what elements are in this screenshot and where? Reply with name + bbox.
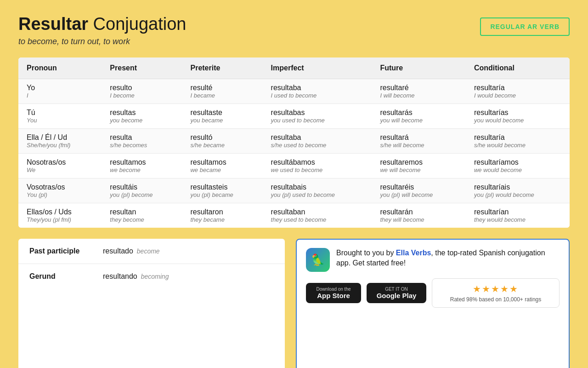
cell-main: resultaríais bbox=[474, 183, 561, 191]
cell-main: resultaba bbox=[271, 84, 364, 92]
cell-sub: You bbox=[27, 117, 93, 124]
table-cell: resultarásyou will become bbox=[372, 104, 465, 128]
cell-sub: you (pl) will become bbox=[380, 191, 457, 198]
table-cell: resultáisyou (pl) become bbox=[102, 178, 182, 203]
table-cell: resultaréisyou (pl) will become bbox=[372, 178, 465, 203]
cell-main: resultará bbox=[380, 133, 457, 142]
gerund-label: Gerund bbox=[29, 272, 103, 281]
table-row: TúYouresultasyou becomeresultasteyou bec… bbox=[18, 104, 570, 128]
table-row: Vosotras/osYou (pl)resultáisyou (pl) bec… bbox=[18, 178, 570, 203]
cell-main: resultáis bbox=[110, 183, 174, 191]
table-cell: resultoI become bbox=[102, 79, 182, 104]
cell-main: resultaría bbox=[474, 133, 561, 142]
table-cell: resultamoswe become bbox=[102, 153, 182, 178]
cell-sub: you used to become bbox=[271, 117, 364, 124]
cell-sub: I will become bbox=[380, 92, 457, 99]
title-block: Resultar Conjugation to become, to turn … bbox=[18, 14, 186, 46]
cell-main: Tú bbox=[27, 109, 93, 117]
app-store-button[interactable]: Download on the App Store bbox=[306, 283, 361, 303]
ad-text: Brought to you by Ella Verbs, the top-ra… bbox=[336, 248, 560, 269]
ad-icon: 🦜 bbox=[306, 248, 330, 272]
cell-main: Ella / Él / Ud bbox=[27, 133, 93, 142]
bottom-section: Past participle resultadobecome Gerund r… bbox=[18, 239, 570, 368]
cell-main: resultarás bbox=[380, 109, 457, 117]
star-rating: ★★★★★ bbox=[440, 283, 552, 294]
table-cell: resultaríasyou would become bbox=[466, 104, 570, 128]
cell-sub: You (pl) bbox=[27, 191, 93, 198]
cell-main: resultarán bbox=[380, 208, 457, 216]
table-row: YoIresultoI becomeresultéI becameresulta… bbox=[18, 79, 570, 104]
rating-box: ★★★★★ Rated 98% based on 10,000+ ratings bbox=[432, 278, 560, 308]
table-cell: resultarías/he would become bbox=[466, 128, 570, 153]
cell-sub: you (pl) become bbox=[110, 191, 174, 198]
cell-sub: We bbox=[27, 167, 93, 173]
brand-link[interactable]: Ella Verbs bbox=[396, 249, 431, 257]
table-cell: resultasteisyou (pl) became bbox=[182, 178, 262, 203]
cell-main: resultaremos bbox=[380, 158, 457, 167]
table-cell: resultabas/he used to become bbox=[263, 128, 372, 153]
table-row: Ellas/os / UdsThey/you (pl fml)resultant… bbox=[18, 203, 570, 228]
table-row: Nosotras/osWeresultamoswe becomeresultam… bbox=[18, 153, 570, 178]
past-participle-row: Past participle resultadobecome bbox=[18, 239, 285, 264]
cell-sub: we become bbox=[110, 167, 174, 173]
cell-sub: s/he will become bbox=[380, 142, 457, 149]
table-cell: resultas/he becomes bbox=[102, 128, 182, 153]
cell-sub: we became bbox=[190, 167, 254, 173]
cell-main: resultaste bbox=[190, 109, 254, 117]
table-cell: Nosotras/osWe bbox=[18, 153, 102, 178]
cell-main: resultaría bbox=[474, 84, 561, 92]
col-conditional: Conditional bbox=[466, 58, 570, 79]
cell-sub: they would become bbox=[474, 216, 561, 223]
table-cell: resultabaisyou (pl) used to become bbox=[263, 178, 372, 203]
cell-sub: you become bbox=[110, 117, 174, 124]
cell-main: resultasteis bbox=[190, 183, 254, 191]
table-cell: resultabaI used to become bbox=[263, 79, 372, 104]
app-store-big: App Store bbox=[317, 292, 350, 299]
cell-main: resulto bbox=[110, 84, 174, 92]
cell-sub: you would become bbox=[474, 117, 561, 124]
cell-main: resultaríamos bbox=[474, 158, 561, 167]
table-row: Ella / Él / UdShe/he/you (fml)resultas/h… bbox=[18, 128, 570, 153]
table-cell: resultamoswe became bbox=[182, 153, 262, 178]
cell-main: resultó bbox=[190, 133, 254, 142]
cell-sub: I used to become bbox=[271, 92, 364, 99]
cell-main: resultaron bbox=[190, 208, 254, 216]
cell-main: resultas bbox=[110, 109, 174, 117]
gerund-row: Gerund resultandobecoming bbox=[18, 264, 285, 289]
table-cell: resultábamoswe used to become bbox=[263, 153, 372, 178]
table-cell: YoI bbox=[18, 79, 102, 104]
ad-bottom: Download on the App Store GET IT ON Goog… bbox=[306, 278, 560, 308]
left-bottom: Past participle resultadobecome Gerund r… bbox=[18, 239, 285, 368]
table-cell: resultanthey become bbox=[102, 203, 182, 228]
ad-card: 🦜 Brought to you by Ella Verbs, the top-… bbox=[296, 239, 570, 368]
cell-sub: She/he/you (fml) bbox=[27, 142, 93, 149]
table-cell: resultaríaI would become bbox=[466, 79, 570, 104]
google-play-button[interactable]: GET IT ON Google Play bbox=[367, 283, 426, 303]
page-title: Resultar Conjugation bbox=[18, 14, 186, 35]
cell-sub: They/you (pl fml) bbox=[27, 216, 93, 223]
cell-sub: you (pl) became bbox=[190, 191, 254, 198]
cell-sub: you (pl) would become bbox=[474, 191, 561, 198]
page-header: Resultar Conjugation to become, to turn … bbox=[18, 14, 570, 46]
table-cell: resultabanthey used to become bbox=[263, 203, 372, 228]
cell-sub: s/he used to become bbox=[271, 142, 364, 149]
past-participle-value: resultadobecome bbox=[103, 247, 160, 255]
cell-sub: they used to become bbox=[271, 216, 364, 223]
table-cell: Ella / Él / UdShe/he/you (fml) bbox=[18, 128, 102, 153]
cell-sub: I become bbox=[110, 92, 174, 99]
cell-main: resulté bbox=[190, 84, 254, 92]
verb-badge: REGULAR AR VERB bbox=[480, 17, 570, 36]
gerund-value: resultandobecoming bbox=[103, 272, 169, 281]
cell-main: resultamos bbox=[190, 158, 254, 167]
cell-main: resultan bbox=[110, 208, 174, 216]
cell-main: resultarían bbox=[474, 208, 561, 216]
table-cell: resultasteyou became bbox=[182, 104, 262, 128]
col-preterite: Preterite bbox=[182, 58, 262, 79]
table-cell: resultasyou become bbox=[102, 104, 182, 128]
ad-top: 🦜 Brought to you by Ella Verbs, the top-… bbox=[306, 248, 560, 272]
table-cell: resultaréI will become bbox=[372, 79, 465, 104]
col-pronoun: Pronoun bbox=[18, 58, 102, 79]
table-cell: resultaremoswe will become bbox=[372, 153, 465, 178]
col-future: Future bbox=[372, 58, 465, 79]
past-participle-label: Past participle bbox=[29, 247, 103, 255]
